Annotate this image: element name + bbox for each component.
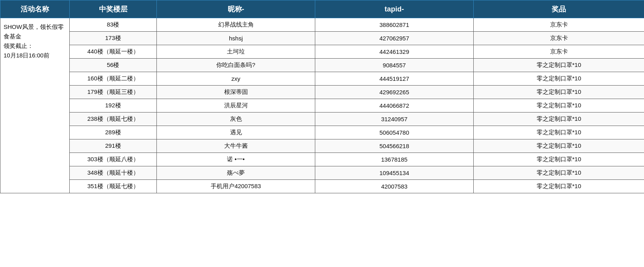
floor-cell: 160楼（顺延二楼） [70, 72, 157, 86]
table-row: 192楼洪辰星河444066872零之定制口罩*10 [0, 99, 644, 113]
nickname-cell: 土坷垃 [157, 45, 315, 59]
tapid-cell: 442461329 [315, 45, 474, 59]
header-floor: 中奖楼层 [70, 0, 157, 18]
table-row: SHOW风景，领长假零食基金领奖截止：10月18日16:00前83楼幻界战线主角… [0, 18, 644, 32]
nickname-cell: 遇见 [157, 126, 315, 139]
prize-cell: 京东卡 [474, 18, 644, 32]
table-row: 173楼hshsj427062957京东卡 [0, 32, 644, 45]
table-row: 303楼（顺延八楼）诺 •一•13678185零之定制口罩*10 [0, 153, 644, 166]
table-row: 348楼（顺延十楼）殇べ夢109455134零之定制口罩*10 [0, 166, 644, 180]
main-container: 活动名称 中奖楼层 昵称- tapid- 奖品 SHOW风景，领长假零食基金领奖… [0, 0, 644, 267]
tapid-cell: 444066872 [315, 99, 474, 113]
header-tapid: tapid- [315, 0, 474, 18]
prize-cell: 零之定制口罩*10 [474, 153, 644, 166]
floor-cell: 179楼（顺延三楼） [70, 86, 157, 99]
prize-cell: 零之定制口罩*10 [474, 166, 644, 180]
header-activity: 活动名称 [0, 0, 70, 18]
nickname-cell: hshsj [157, 32, 315, 45]
tapid-cell: 427062957 [315, 32, 474, 45]
table-row: 56楼你吃白面条吗?9084557零之定制口罩*10 [0, 59, 644, 72]
prize-cell: 京东卡 [474, 45, 644, 59]
nickname-cell: 诺 •一• [157, 153, 315, 166]
nickname-cell: 根深蒂固 [157, 86, 315, 99]
tapid-cell: 42007583 [315, 180, 474, 193]
floor-cell: 351楼（顺延七楼） [70, 180, 157, 193]
prize-cell: 零之定制口罩*10 [474, 139, 644, 153]
floor-cell: 238楼（顺延七楼） [70, 113, 157, 126]
prize-cell: 零之定制口罩*10 [474, 72, 644, 86]
tapid-cell: 109455134 [315, 166, 474, 180]
floor-cell: 440楼（顺延一楼） [70, 45, 157, 59]
prize-cell: 京东卡 [474, 32, 644, 45]
prize-cell: 零之定制口罩*10 [474, 126, 644, 139]
floor-cell: 303楼（顺延八楼） [70, 153, 157, 166]
nickname-cell: 幻界战线主角 [157, 18, 315, 32]
table-row: 238楼（顺延七楼）灰色31240957零之定制口罩*10 [0, 113, 644, 126]
floor-cell: 192楼 [70, 99, 157, 113]
tapid-cell: 31240957 [315, 113, 474, 126]
floor-cell: 348楼（顺延十楼） [70, 166, 157, 180]
tapid-cell: 444519127 [315, 72, 474, 86]
prize-cell: 零之定制口罩*10 [474, 99, 644, 113]
floor-cell: 83楼 [70, 18, 157, 32]
table-row: 160楼（顺延二楼）zxy444519127零之定制口罩*10 [0, 72, 644, 86]
prize-cell: 零之定制口罩*10 [474, 86, 644, 99]
tapid-cell: 506054780 [315, 126, 474, 139]
nickname-cell: 你吃白面条吗? [157, 59, 315, 72]
table-header-row: 活动名称 中奖楼层 昵称- tapid- 奖品 [0, 0, 644, 18]
activity-name-cell: SHOW风景，领长假零食基金领奖截止：10月18日16:00前 [0, 18, 70, 193]
floor-cell: 291楼 [70, 139, 157, 153]
nickname-cell: 灰色 [157, 113, 315, 126]
tapid-cell: 429692265 [315, 86, 474, 99]
table-row: 179楼（顺延三楼）根深蒂固429692265零之定制口罩*10 [0, 86, 644, 99]
table-row: 351楼（顺延七楼）手机用户4200758342007583零之定制口罩*10 [0, 180, 644, 193]
nickname-cell: 洪辰星河 [157, 99, 315, 113]
floor-cell: 56楼 [70, 59, 157, 72]
header-nickname: 昵称- [157, 0, 315, 18]
nickname-cell: 殇べ夢 [157, 166, 315, 180]
prize-cell: 零之定制口罩*10 [474, 180, 644, 193]
tapid-cell: 504566218 [315, 139, 474, 153]
nickname-cell: 大牛牛酱 [157, 139, 315, 153]
header-prize: 奖品 [474, 0, 644, 18]
floor-cell: 173楼 [70, 32, 157, 45]
table-row: 289楼遇见506054780零之定制口罩*10 [0, 126, 644, 139]
table-row: 440楼（顺延一楼）土坷垃442461329京东卡 [0, 45, 644, 59]
prize-table: 活动名称 中奖楼层 昵称- tapid- 奖品 SHOW风景，领长假零食基金领奖… [0, 0, 644, 193]
prize-cell: 零之定制口罩*10 [474, 59, 644, 72]
tapid-cell: 9084557 [315, 59, 474, 72]
nickname-cell: 手机用户42007583 [157, 180, 315, 193]
floor-cell: 289楼 [70, 126, 157, 139]
tapid-cell: 388602871 [315, 18, 474, 32]
tapid-cell: 13678185 [315, 153, 474, 166]
nickname-cell: zxy [157, 72, 315, 86]
prize-cell: 零之定制口罩*10 [474, 113, 644, 126]
table-row: 291楼大牛牛酱504566218零之定制口罩*10 [0, 139, 644, 153]
